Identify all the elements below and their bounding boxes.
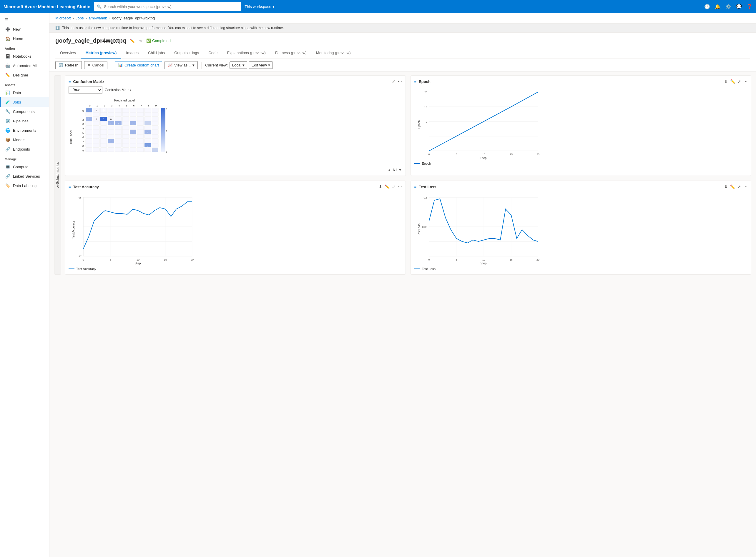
svg-rect-97 (108, 135, 114, 139)
sidebar-item-data-labeling[interactable]: 🏷️ Data Labeling (0, 181, 49, 190)
tab-overview[interactable]: Overview (55, 48, 81, 59)
svg-rect-103 (152, 135, 158, 139)
topbar-icons: 🕐 🔔 ⚙️ 💬 ❓ (704, 4, 753, 9)
chat-icon[interactable]: 💬 (736, 4, 742, 9)
chevron-down-icon: ▾ (273, 4, 275, 9)
sidebar-item-compute[interactable]: 💻 Compute (0, 162, 49, 172)
select-metrics-panel[interactable]: ≫ Select metrics (54, 75, 61, 275)
test-loss-expand-btn[interactable]: ⤢ (737, 184, 741, 189)
breadcrumb-jobs[interactable]: Jobs (76, 16, 84, 20)
help-icon[interactable]: ❓ (747, 4, 753, 9)
test-accuracy-expand-btn[interactable]: ⤢ (392, 184, 395, 189)
svg-rect-77 (122, 125, 129, 130)
sidebar-item-components[interactable]: 🔧 Components (0, 107, 49, 116)
workspace-label: This workspace (245, 4, 271, 9)
tab-outputs-logs[interactable]: Outputs + logs (169, 48, 204, 59)
search-input[interactable] (104, 4, 238, 9)
test-accuracy-edit-btn[interactable]: ✏️ (385, 184, 390, 189)
breadcrumb-microsoft[interactable]: Microsoft (55, 16, 71, 20)
test-loss-more-btn[interactable]: ⋯ (743, 184, 748, 189)
epoch-download-btn[interactable]: ⬇ (724, 79, 728, 84)
epoch-edit-btn[interactable]: ✏️ (730, 79, 735, 84)
manage-section-label: Manage (0, 154, 49, 162)
settings-icon[interactable]: ⚙️ (725, 4, 731, 9)
epoch-expand-btn[interactable]: ⤢ (737, 79, 741, 84)
tab-explanations[interactable]: Explanations (preview) (222, 48, 271, 59)
job-title: goofy_eagle_dpr4wgxtpq (55, 37, 126, 44)
sidebar-item-home[interactable]: 🏠 Home (0, 34, 49, 43)
hamburger-button[interactable]: ☰ (0, 15, 49, 24)
svg-rect-122 (137, 143, 144, 147)
refresh-button[interactable]: 🔄 Refresh (55, 61, 82, 69)
svg-rect-29 (115, 108, 121, 112)
confusion-matrix-more-btn[interactable]: ⋯ (398, 79, 402, 84)
svg-text:10: 10 (482, 258, 485, 261)
sidebar-item-new[interactable]: ➕ New (0, 24, 49, 34)
cancel-button[interactable]: ✕ Cancel (84, 61, 107, 69)
svg-rect-69 (137, 121, 144, 125)
sidebar-data-label: Data (13, 91, 21, 95)
search-box[interactable]: 🔍 (94, 2, 241, 11)
test-accuracy-download-btn[interactable]: ⬇ (379, 184, 382, 189)
bell-icon[interactable]: 🔔 (715, 4, 721, 9)
svg-text:6: 6 (133, 104, 135, 107)
toolbar: 🔄 Refresh ✕ Cancel 📊 Create custom chart… (50, 59, 756, 72)
confusion-matrix-expand-btn[interactable]: ⤢ (392, 79, 395, 84)
toolbar-separator-1 (111, 62, 111, 69)
test-loss-download-btn[interactable]: ⬇ (724, 184, 728, 189)
svg-rect-57 (144, 117, 151, 121)
test-accuracy-more-btn[interactable]: ⋯ (398, 184, 402, 189)
tab-monitoring[interactable]: Monitoring (preview) (311, 48, 356, 59)
sidebar-item-endpoints[interactable]: 🔗 Endpoints (0, 144, 49, 154)
svg-rect-60 (93, 121, 100, 125)
local-dropdown[interactable]: Local ▾ (229, 61, 247, 69)
edit-view-dropdown[interactable]: Edit view ▾ (249, 61, 273, 69)
epoch-more-btn[interactable]: ⋯ (743, 79, 748, 84)
edit-title-button[interactable]: ✏️ (129, 38, 135, 44)
svg-rect-128 (100, 148, 107, 152)
tab-code[interactable]: Code (204, 48, 222, 59)
svg-rect-106 (100, 139, 107, 143)
tab-images[interactable]: Images (121, 48, 143, 59)
sidebar-item-jobs[interactable]: 🧪 Jobs (0, 97, 49, 107)
svg-text:Test Accuracy: Test Accuracy (72, 221, 75, 239)
svg-rect-43 (144, 112, 151, 116)
sidebar-item-notebooks[interactable]: 📓 Notebooks (0, 52, 49, 61)
test-loss-edit-btn[interactable]: ✏️ (730, 184, 735, 189)
svg-text:8: 8 (148, 104, 149, 107)
create-chart-button[interactable]: 📊 Create custom chart (115, 61, 162, 69)
favorite-button[interactable]: ☆ (138, 38, 143, 44)
cm-type-dropdown[interactable]: Raw Normalized (68, 86, 103, 94)
svg-text:0: 0 (96, 118, 97, 121)
cm-down-icon[interactable]: ▼ (398, 168, 402, 172)
tab-child-jobs[interactable]: Child jobs (143, 48, 169, 59)
svg-rect-53 (115, 117, 121, 121)
tab-metrics[interactable]: Metrics (preview) (81, 48, 121, 59)
sidebar-linked-services-label: Linked Services (13, 174, 40, 178)
breadcrumb-aml-wandb[interactable]: aml-wandb (89, 16, 107, 20)
epoch-header: ≡ Epoch ⬇ ✏️ ⤢ ⋯ (414, 79, 748, 84)
svg-text:5: 5 (455, 258, 457, 261)
history-icon[interactable]: 🕐 (704, 4, 710, 9)
test-accuracy-legend: Test Accuracy (68, 267, 402, 270)
charts-grid: ≡ Confusion Matrix ⤢ ⋯ Raw Normalized (65, 75, 751, 275)
sidebar-item-automated-ml[interactable]: 🤖 Automated ML (0, 61, 49, 70)
sidebar-item-pipelines[interactable]: ⚙️ Pipelines (0, 116, 49, 125)
confusion-matrix-icon: ≡ (68, 80, 71, 84)
sidebar-item-environments[interactable]: 🌐 Environments (0, 125, 49, 135)
sidebar-item-models[interactable]: 📦 Models (0, 135, 49, 144)
svg-text:8: 8 (82, 145, 84, 148)
info-message: This job is using the new compute runtim… (62, 26, 284, 30)
svg-rect-134 (144, 148, 151, 152)
epoch-title: ≡ Epoch (414, 80, 430, 84)
svg-text:3: 3 (111, 104, 112, 107)
workspace-selector[interactable]: This workspace ▾ (245, 4, 274, 9)
sidebar-item-designer[interactable]: ✏️ Designer (0, 70, 49, 80)
svg-rect-113 (144, 139, 151, 143)
sidebar-item-linked-services[interactable]: 🔗 Linked Services (0, 172, 49, 181)
svg-text:0: 0 (89, 104, 90, 107)
cm-up-icon[interactable]: ▲ (388, 168, 391, 172)
view-as-button[interactable]: 📈 View as... ▾ (165, 61, 198, 69)
tab-fairness[interactable]: Fairness (preview) (271, 48, 311, 59)
sidebar-item-data[interactable]: 📊 Data (0, 88, 49, 97)
